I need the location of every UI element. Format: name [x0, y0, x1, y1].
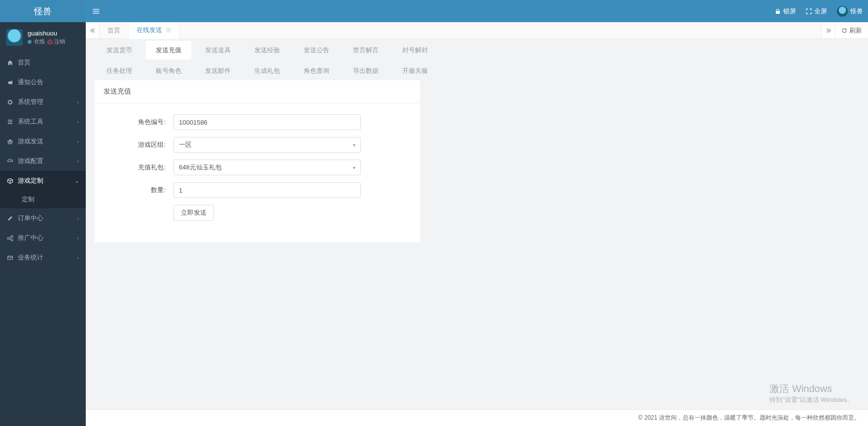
tab-online-send[interactable]: 在线发送	[129, 22, 179, 39]
lock-screen-button[interactable]: 锁屏	[775, 7, 796, 16]
sidebar-link[interactable]: 游戏配置‹	[0, 151, 86, 171]
user-menu-button[interactable]: 怪兽	[837, 6, 863, 17]
tabs-scroll-left[interactable]	[86, 22, 100, 38]
tab-home-label: 首页	[107, 26, 120, 35]
sidebar-link[interactable]: 业务统计‹	[0, 248, 86, 267]
panel-title: 发送充值	[95, 80, 420, 103]
sidebar-item-label: 游戏定制	[18, 176, 43, 185]
subtab[interactable]: 封号解封	[392, 41, 438, 60]
subtab[interactable]: 发送道具	[195, 41, 241, 60]
role-id-label: 角色编号:	[104, 118, 174, 127]
logout-link[interactable]: ⏻ 注销	[47, 38, 65, 45]
subtab[interactable]: 发送公告	[294, 41, 339, 60]
pencil-icon	[7, 215, 14, 222]
refresh-button[interactable]: 刷新	[835, 22, 868, 38]
subtab[interactable]: 发送经验	[244, 41, 290, 60]
sidebar-link[interactable]: 系统管理‹	[0, 92, 86, 112]
sidebar: guaishuou 在线 ⏻ 注销 首页通知公告系统管理‹系统工具‹游戏发送‹游…	[0, 22, 86, 426]
list-icon	[7, 119, 14, 125]
share-icon	[7, 235, 14, 241]
zone-label: 游戏区组:	[104, 140, 174, 149]
sidebar-item-label: 系统工具	[18, 117, 43, 126]
gear-icon	[7, 99, 14, 105]
envelope-icon	[7, 255, 14, 261]
sidebar-item-7: 订单中心‹	[0, 208, 86, 228]
chevron-left-icon: ‹	[77, 99, 79, 105]
sidebar-item-8: 推广中心‹	[0, 228, 86, 248]
fullscreen-button[interactable]: 全屏	[806, 7, 827, 16]
subtab[interactable]: 发送货币	[97, 41, 142, 60]
caret-down-icon: ▾	[353, 142, 355, 148]
pack-label: 充值礼包:	[104, 163, 174, 172]
sidebar-item-label: 业务统计	[18, 253, 43, 262]
brand-logo: 怪兽	[0, 0, 86, 22]
sidebar-item-1: 通知公告	[0, 72, 86, 92]
gift-icon	[7, 138, 14, 145]
power-icon: ⏻	[47, 39, 53, 45]
avatar-icon	[6, 29, 23, 46]
content-area: 首页 在线发送 刷新 发送货币发送充值发送道具发送经验发送公告禁言解言封号解封	[86, 22, 868, 426]
tab-close-icon[interactable]	[166, 28, 171, 33]
topbar: 怪兽 锁屏 全屏 怪兽	[0, 0, 868, 22]
qty-input[interactable]	[174, 182, 361, 198]
subtab[interactable]: 角色查询	[294, 62, 339, 80]
qty-label: 数量:	[104, 186, 174, 195]
sidebar-item-6: 游戏定制⌄定制	[0, 171, 86, 208]
sidebar-link[interactable]: 系统工具‹	[0, 112, 86, 131]
refresh-icon	[841, 28, 847, 33]
dashboard-icon	[7, 158, 14, 164]
subtab[interactable]: 发送邮件	[195, 62, 241, 80]
sidebar-link[interactable]: 订单中心‹	[0, 208, 86, 228]
chevron-left-icon: ‹	[77, 255, 79, 261]
sidebar-link[interactable]: 游戏发送‹	[0, 131, 86, 151]
sidebar-item-label: 订单中心	[18, 214, 43, 223]
hamburger-toggle[interactable]	[93, 8, 100, 15]
pack-select[interactable]: 648元仙玉礼包 ▾	[174, 160, 361, 175]
sidebar-link[interactable]: 游戏定制⌄	[0, 171, 86, 191]
pack-select-value: 648元仙玉礼包	[179, 163, 222, 172]
sidebar-item-4: 游戏发送‹	[0, 131, 86, 151]
sidebar-item-label: 通知公告	[18, 78, 43, 87]
sidebar-item-2: 系统管理‹	[0, 92, 86, 112]
topnav: 锁屏 全屏 怪兽	[86, 0, 868, 22]
subtab[interactable]: 导出数据	[343, 62, 388, 80]
zone-select[interactable]: 一区 ▾	[174, 137, 361, 153]
submit-button[interactable]: 立即发送	[174, 205, 214, 221]
send-recharge-panel: 发送充值 角色编号: 游戏区组: 一区 ▾	[95, 80, 420, 242]
refresh-label: 刷新	[849, 26, 862, 35]
fullscreen-icon	[806, 8, 812, 14]
tabs-scroll-right[interactable]	[821, 22, 835, 38]
chevron-left-icon: ‹	[77, 159, 79, 164]
subtab[interactable]: 发送充值	[146, 41, 191, 60]
sidebar-item-label: 游戏发送	[18, 137, 43, 146]
sidebar-item-label: 游戏配置	[18, 157, 43, 165]
tab-home[interactable]: 首页	[100, 22, 129, 38]
chevron-left-icon: ‹	[77, 119, 79, 125]
chevron-down-icon: ⌄	[75, 178, 79, 184]
logout-label: 注销	[54, 38, 65, 45]
sidebar-link[interactable]: 推广中心‹	[0, 228, 86, 248]
sidebar-item-label: 首页	[18, 58, 31, 67]
bars-icon	[93, 8, 100, 15]
lock-icon	[775, 8, 781, 14]
subtab[interactable]: 任务处理	[97, 62, 142, 80]
zone-select-value: 一区	[179, 140, 192, 149]
subtab[interactable]: 账号角色	[146, 62, 191, 80]
subtab[interactable]: 禁言解言	[343, 41, 388, 60]
bullhorn-icon	[7, 79, 14, 86]
sidebar-subitem-link[interactable]: 定制	[0, 191, 86, 208]
sidebar-profile: guaishuou 在线 ⏻ 注销	[0, 22, 86, 53]
subtab[interactable]: 开服关服	[392, 62, 438, 80]
role-id-input[interactable]	[174, 114, 361, 130]
sidebar-link[interactable]: 首页	[0, 53, 86, 72]
lock-label: 锁屏	[783, 7, 796, 16]
profile-username: guaishuou	[28, 30, 65, 37]
chevron-left-icon: ‹	[77, 139, 79, 144]
sidebar-link[interactable]: 通知公告	[0, 72, 86, 92]
subtab[interactable]: 生成礼包	[244, 62, 290, 80]
chevron-left-icon: ‹	[77, 235, 79, 241]
sidebar-item-0: 首页	[0, 53, 86, 72]
sidebar-item-5: 游戏配置‹	[0, 151, 86, 171]
online-dot-icon	[28, 40, 32, 44]
fullscreen-label: 全屏	[814, 7, 827, 16]
